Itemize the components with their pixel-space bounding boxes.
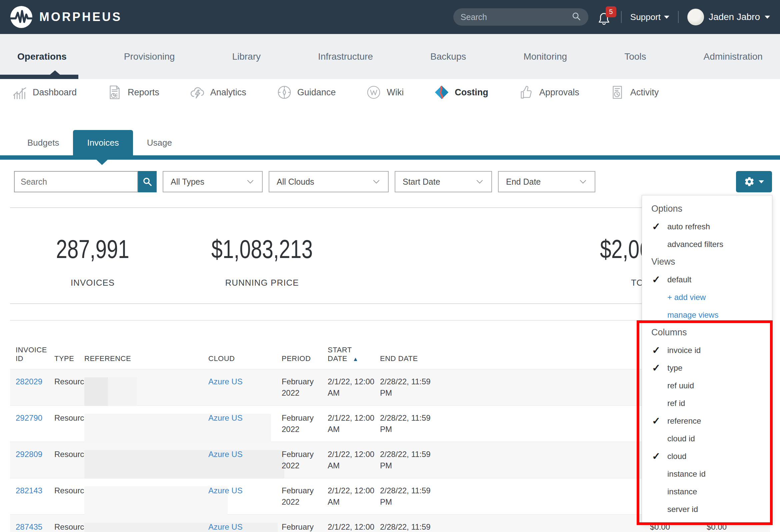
column-header-cloud[interactable]: CLOUD [208,354,282,369]
menu-item-instance-id[interactable]: instance id [642,465,772,483]
column-header-end-date[interactable]: END DATE [380,354,437,369]
menu-item-label: ref uuid [667,381,694,390]
main-nav-item-backups[interactable]: Backups [430,51,466,62]
table-options-button[interactable] [736,171,772,192]
menu-item-label: default [667,275,691,284]
global-search-input[interactable] [461,12,572,22]
cloud-link[interactable]: Azure US [208,413,243,422]
sub-nav-item-dashboard[interactable]: Dashboard [12,85,77,100]
type-cell: Resource [54,406,84,442]
end-date-text: 2/28/22, 11:59 PM [380,377,431,397]
active-nav-indicator [0,75,78,79]
menu-item-reference[interactable]: ✓reference [642,412,772,430]
column-header-type[interactable]: TYPE [54,354,84,369]
column-header-reference[interactable]: REFERENCE [84,354,208,369]
menu-item-server[interactable]: server [642,518,772,523]
menu-item-type[interactable]: ✓type [642,359,772,377]
user-menu[interactable]: Jaden Jabro [687,9,770,25]
invoice-filters: All Types All Clouds Start Date End Date [14,171,772,192]
tab-label: Invoices [87,138,119,148]
menu-item-manage-views[interactable]: manage views [642,306,772,324]
cloud-link[interactable]: Azure US [208,486,243,495]
invoice-id-link[interactable]: 292790 [16,413,42,422]
cloud-link[interactable]: Azure US [208,522,243,531]
menu-item-instance[interactable]: instance [642,483,772,500]
main-nav-item-monitoring[interactable]: Monitoring [523,51,567,62]
brand[interactable]: MORPHEUS [10,6,122,28]
period-text: February 2022 [282,450,314,470]
main-nav-item-provisioning[interactable]: Provisioning [124,51,175,62]
chevron-down-icon [246,177,255,186]
sub-nav-label: Wiki [387,87,404,98]
invoice-id-link[interactable]: 287435 [16,522,42,531]
sub-nav-item-approvals[interactable]: Approvals [519,85,579,100]
chevron-down-icon [664,16,669,19]
cloud-cell: Azure US [208,406,282,442]
menu-item-ref-id[interactable]: ref id [642,394,772,412]
sub-nav-item-wiki[interactable]: Wiki [366,85,404,100]
menu-item-cloud-id[interactable]: cloud id [642,430,772,447]
sub-nav-item-analytics[interactable]: Analytics [190,85,246,100]
column-header-start-date[interactable]: START DATE▲ [328,346,380,369]
notifications-button[interactable]: 5 [597,8,612,26]
invoice-id-link[interactable]: 292809 [16,450,42,459]
type-filter-select[interactable]: All Types [163,171,263,192]
start-date-text: 2/1/22, 12:00 AM [328,377,374,397]
menu-item-default[interactable]: ✓default [642,271,772,288]
spacer-cell [437,406,640,442]
column-header-period[interactable]: PERIOD [282,354,328,369]
cloud-filter-select[interactable]: All Clouds [269,171,389,192]
invoice-id-link[interactable]: 282143 [16,486,42,495]
tab-bar-rule [0,155,780,160]
main-nav-item-tools[interactable]: Tools [624,51,646,62]
menu-item-invoice-id[interactable]: ✓invoice id [642,341,772,359]
start-date-select[interactable]: Start Date [395,171,492,192]
sub-nav-item-reports[interactable]: Reports [107,85,159,100]
start-date-text: 2/1/22, 12:00 AM [328,522,374,532]
sub-nav-item-costing[interactable]: Costing [434,85,488,100]
sub-nav-item-guidance[interactable]: Guidance [277,85,336,100]
invoice-search-input[interactable] [14,171,138,192]
sub-nav-item-activity[interactable]: Activity [610,85,659,100]
menu-item-label: invoice id [667,346,701,355]
sub-nav-label: Reports [128,87,159,98]
global-search[interactable] [453,8,588,26]
menu-item-cloud[interactable]: ✓cloud [642,447,772,465]
menu-item-advanced-filters[interactable]: advanced filters [642,235,772,253]
main-nav-item-operations[interactable]: Operations [17,51,67,62]
cloud-link[interactable]: Azure US [208,450,243,459]
tab-budgets[interactable]: Budgets [13,130,73,155]
spacer-cell [437,478,640,515]
cloud-link[interactable]: Azure US [208,377,243,386]
column-header-invoice-id[interactable]: INVOICE ID [16,346,54,369]
main-nav-item-infrastructure[interactable]: Infrastructure [318,51,373,62]
redacted-reference-block [84,377,137,406]
end-date-select[interactable]: End Date [498,171,595,192]
menu-item-server-id[interactable]: server id [642,500,772,518]
menu-item-label: + add view [667,293,706,302]
search-button[interactable] [138,171,157,192]
menu-item--add-view[interactable]: + add view [642,288,772,306]
stat-value: $1,083,213 [211,234,313,264]
end-date-text: 2/28/22, 11:59 PM [380,486,431,506]
invoice-id-cell: 282029 [16,369,54,406]
main-nav-item-administration[interactable]: Administration [704,51,763,62]
tab-invoices[interactable]: Invoices [73,130,133,155]
period-text: February 2022 [282,486,314,506]
tab-usage[interactable]: Usage [133,130,186,155]
operations-sub-nav: DashboardReportsAnalyticsGuidanceWikiCos… [0,79,780,106]
costing-tabs: BudgetsInvoicesUsage [13,130,186,155]
guidance-icon [277,85,292,100]
reference-cell [84,478,208,515]
type-cell: Resource [54,478,84,515]
support-menu[interactable]: Support [630,12,669,22]
main-nav-item-library[interactable]: Library [232,51,261,62]
invoice-id-link[interactable]: 282029 [16,377,42,386]
stat-1: 287,991INVOICES [36,208,149,288]
menu-item-ref-uuid[interactable]: ref uuid [642,377,772,394]
top-bar: MORPHEUS 5 Support [0,0,780,34]
dashboard-icon [12,85,27,100]
search-icon[interactable] [572,12,581,22]
sub-nav-label: Approvals [539,87,579,98]
menu-item-auto-refresh[interactable]: ✓auto refresh [642,217,772,235]
